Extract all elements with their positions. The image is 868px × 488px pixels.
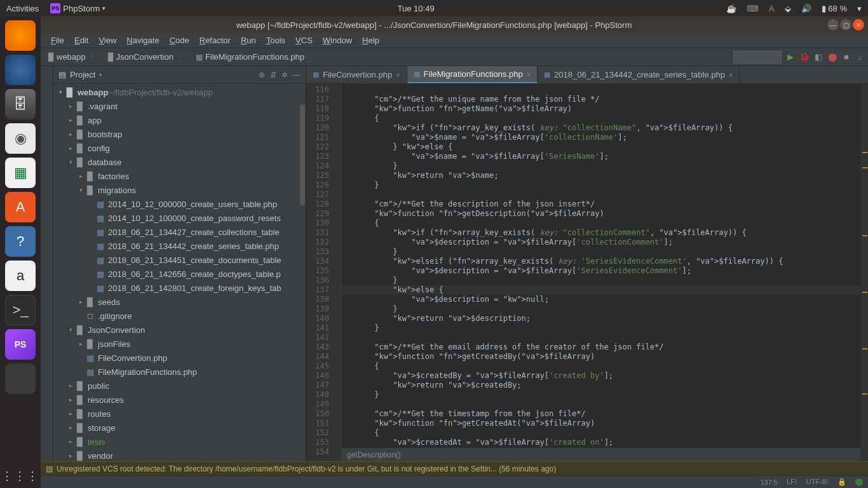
battery-status[interactable]: ▮ 68 % (822, 4, 847, 13)
tree-item[interactable]: ▦FileMigrationFunctions.php (53, 365, 306, 379)
tree-item[interactable]: ▸▉factories (53, 169, 306, 183)
code-editor[interactable]: "cm">/**Get the unique name from the jso… (342, 84, 860, 461)
tree-root[interactable]: ▾▉webapp ~/fldbProject/fldb-v2/webapp (53, 85, 306, 99)
rhythmbox-icon[interactable]: ◉ (5, 123, 36, 154)
project-header[interactable]: Project (70, 70, 95, 79)
project-tree[interactable]: ▾▉webapp ~/fldbProject/fldb-v2/webapp▸▉.… (53, 84, 306, 461)
menu-tools[interactable]: Tools (262, 34, 289, 46)
stop-icon[interactable]: ⬤ (827, 52, 837, 62)
volume-icon[interactable]: 🔊 (801, 4, 811, 13)
power-menu-icon[interactable]: ▾ (857, 4, 862, 13)
menu-help[interactable]: Help (358, 34, 383, 46)
tree-item[interactable]: ▸▉bootstrap (53, 127, 306, 141)
event-log-bar[interactable]: ▤ Unregistered VCS root detected: The di… (41, 461, 868, 475)
close-tab-icon[interactable]: × (396, 71, 400, 79)
software-icon[interactable]: A (5, 192, 36, 222)
editor-tab[interactable]: ▦2018_06_21_134442_create_series_table.p… (538, 66, 740, 83)
menu-file[interactable]: File (47, 34, 68, 46)
inspection-badge[interactable] (855, 478, 863, 486)
menu-view[interactable]: View (95, 34, 120, 46)
tree-item[interactable]: ▸▉seeds (53, 295, 306, 309)
tree-item[interactable]: ▦2018_06_21_134442_create_series_table.p… (53, 239, 306, 253)
breadcrumb-item[interactable]: ▉webapp (43, 50, 103, 64)
debug-icon[interactable]: 🐞 (799, 52, 810, 62)
help-icon[interactable]: ? (5, 226, 36, 257)
activities-button[interactable]: Activities (6, 4, 39, 13)
tree-item[interactable]: ▸▉app (53, 113, 306, 127)
clock[interactable]: Tue 10:49 (105, 4, 726, 13)
phpstorm-icon[interactable]: PS (5, 329, 36, 360)
close-tab-icon[interactable]: × (729, 71, 733, 79)
tree-item[interactable]: ▸▉vendor (53, 449, 306, 461)
keyboard-icon[interactable]: ⌨ (747, 4, 759, 13)
search-icon[interactable]: ⌕ (855, 52, 865, 62)
tree-item[interactable]: ▸▉public (53, 379, 306, 393)
line-gutter[interactable]: 1161171181191201211221231241251261271281… (306, 84, 333, 461)
tree-item[interactable]: ▸▉.vagrant (53, 99, 306, 113)
tree-item[interactable]: ▸▉resources (53, 393, 306, 407)
amazon-icon[interactable]: a (5, 261, 36, 291)
close-button[interactable]: ✕ (853, 19, 864, 30)
tree-item[interactable]: ▸▉storage (53, 421, 306, 435)
files-icon[interactable]: 🗄 (5, 89, 36, 119)
tree-item[interactable]: ▸▉config (53, 141, 306, 155)
breadcrumb-item[interactable]: ▉JsonConvertion (103, 50, 191, 64)
tree-item[interactable]: ▾▉JsonConvertion (53, 323, 306, 337)
tree-item[interactable]: ▦FileConvertion.php (53, 351, 306, 365)
show-apps-icon[interactable]: ⋮⋮⋮ (1, 469, 39, 483)
caffeine-icon[interactable]: ☕ (726, 4, 736, 13)
terminal-icon[interactable]: >_ (5, 295, 36, 325)
tree-item[interactable]: ▦2014_10_12_000000_create_users_table.ph… (53, 197, 306, 211)
breadcrumb[interactable]: ▉webapp▉JsonConvertion▦FileMigrationFunc… (43, 50, 313, 64)
maximize-button[interactable]: ▢ (840, 19, 851, 30)
thunderbird-icon[interactable] (5, 55, 36, 85)
scroll-from-source-icon[interactable]: ⊕ (259, 71, 265, 79)
tree-item[interactable]: ▦2018_06_21_142801_create_foreign_keys_t… (53, 281, 306, 295)
lang-icon[interactable]: A (769, 4, 775, 13)
minimize-button[interactable]: — (827, 19, 839, 30)
editor-tab[interactable]: ▦FileConvertion.php× (306, 66, 407, 83)
coverage-icon[interactable]: ◧ (813, 52, 824, 62)
editor-tabs[interactable]: ▦FileConvertion.php×▦FileMigrationFuncti… (306, 66, 868, 84)
menu-navigate[interactable]: Navigate (123, 34, 163, 46)
tree-item[interactable]: □.gitignore (53, 309, 306, 323)
breadcrumb-item[interactable]: ▦FileMigrationFunctions.php (191, 51, 313, 63)
libreoffice-icon[interactable]: ▦ (5, 158, 36, 188)
hide-icon[interactable]: — (293, 71, 301, 79)
lock-icon[interactable]: 🔒 (837, 478, 846, 486)
tree-item[interactable]: ▾▉database (53, 155, 306, 169)
line-separator[interactable]: LF⁞ (787, 478, 797, 486)
editor-tab[interactable]: ▦FileMigrationFunctions.php× (407, 66, 538, 83)
menu-vcs[interactable]: VCS (292, 34, 316, 46)
menu-refactor[interactable]: Refactor (196, 34, 234, 46)
run-config-dropdown[interactable] (733, 51, 782, 64)
tree-item[interactable]: ▦2018_06_21_142656_create_doctypes_table… (53, 267, 306, 281)
file-encoding[interactable]: UTF-8⁞ (806, 478, 829, 486)
trash-icon[interactable] (5, 363, 36, 394)
tree-item[interactable]: ▸▉routes (53, 407, 306, 421)
fold-gutter[interactable] (333, 84, 342, 461)
menu-run[interactable]: Run (237, 34, 260, 46)
scrollbar-thumb[interactable] (300, 104, 305, 206)
app-menu[interactable]: PSPhpStorm▾ (50, 3, 105, 13)
run-icon[interactable]: ▶ (785, 52, 796, 62)
error-stripe[interactable] (860, 84, 868, 461)
tree-item[interactable]: ▸▉jsonFiles (53, 337, 306, 351)
close-tab-icon[interactable]: × (527, 71, 531, 78)
caret-position[interactable]: 137:5 (760, 478, 778, 486)
tree-item[interactable]: ▾▉migrations (53, 183, 306, 197)
menu-edit[interactable]: Edit (71, 34, 92, 46)
tree-item[interactable]: ▸▉tests (53, 435, 306, 449)
update-icon[interactable]: ■ (841, 52, 851, 62)
menu-code[interactable]: Code (166, 34, 193, 46)
collapse-icon[interactable]: ⇵ (270, 71, 276, 79)
menu-window[interactable]: Window (319, 34, 356, 46)
tree-item[interactable]: ▦2018_06_21_134427_create_collections_ta… (53, 225, 306, 239)
tree-item[interactable]: ▦2018_06_21_134451_create_documents_tabl… (53, 253, 306, 267)
main-menu[interactable]: FileEditViewNavigateCodeRefactorRunTools… (41, 33, 868, 48)
tree-item[interactable]: ▦2014_10_12_100000_create_password_reset… (53, 211, 306, 225)
gear-icon[interactable]: ✲ (281, 71, 288, 79)
left-tool-strip[interactable] (41, 66, 53, 461)
wifi-icon[interactable]: ⬙ (785, 4, 791, 13)
firefox-icon[interactable] (5, 20, 36, 51)
